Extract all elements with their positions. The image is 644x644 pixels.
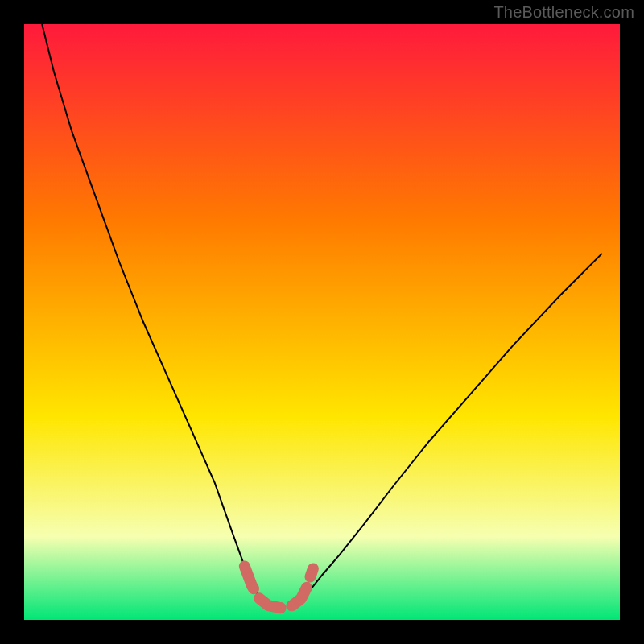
watermark-text: TheBottleneck.com (493, 3, 634, 22)
chart-stage: TheBottleneck.com (0, 0, 644, 644)
plot-background (24, 24, 620, 620)
bottleneck-chart (0, 0, 644, 644)
